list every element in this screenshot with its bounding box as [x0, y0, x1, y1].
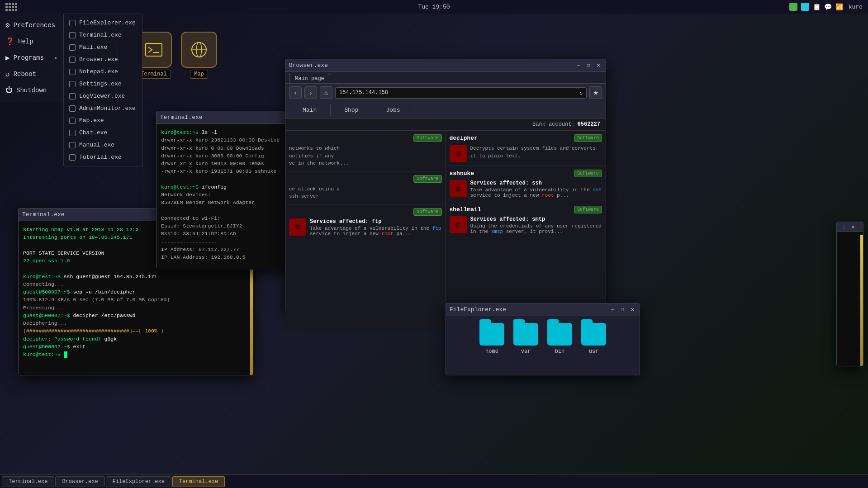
programs-arrow: ▶	[55, 55, 57, 61]
browser-minimize[interactable]: ─	[575, 62, 582, 69]
taskbar-fileexplorer[interactable]: FileExplorer.exe	[106, 476, 171, 487]
sidebar-item-programs[interactable]: ▶ Programs ▶	[0, 50, 63, 66]
browser-window: Browser.exe ─ □ ✕ Main page ‹ › ⌂ 154.17…	[285, 59, 606, 312]
taskbar-terminal-2[interactable]: Terminal.exe	[172, 476, 225, 487]
app-browser[interactable]: Browser.exe	[64, 53, 142, 66]
fileexplorer-minimize[interactable]: ─	[609, 306, 616, 313]
sidebar-item-shutdown[interactable]: ⏻ Shutdown	[0, 82, 63, 98]
terminal-right-body	[837, 232, 863, 366]
folder-bin[interactable]: bin	[547, 323, 572, 355]
browser-urlbar[interactable]: 154.175.144.158 ↻	[335, 87, 587, 99]
fileexplorer-maximize[interactable]: □	[619, 306, 626, 313]
mail-icon	[69, 44, 76, 51]
shop-item-decipher-left: Software networks to whichnotifies if an…	[285, 131, 446, 171]
browser-nav-jobs[interactable]: Jobs	[372, 104, 414, 116]
shop-badge-sshnuke-left[interactable]: Software	[413, 175, 441, 183]
chat-icon	[69, 130, 76, 136]
app-mail[interactable]: Mail.exe	[64, 41, 142, 53]
app-chat[interactable]: Chat.exe	[64, 127, 142, 139]
terminal-right-close[interactable]: ✕	[849, 223, 857, 231]
sidebar-item-help[interactable]: ❓ Help	[0, 33, 63, 50]
clipboard-icon: 📋	[813, 3, 821, 11]
app-manual[interactable]: Manual.exe	[64, 139, 142, 151]
folder-label-bin: bin	[555, 348, 565, 355]
folder-label-home: home	[485, 348, 498, 355]
terminal-fg-title: Terminal.exe	[160, 114, 203, 121]
topbar-left	[5, 3, 17, 11]
shop-desc-title-ssh: Services affected: ssh	[470, 180, 602, 186]
app-settings[interactable]: Settings.exe	[64, 78, 142, 90]
app-terminal[interactable]: Terminal.exe	[64, 29, 142, 41]
user-label: kuro	[849, 4, 863, 10]
preferences-icon: ⚙	[5, 21, 10, 30]
taskbar-terminal-1[interactable]: Terminal.exe	[2, 476, 54, 487]
shop-item-decipher-right: decipher Software ⚙ Decrypts certain sys…	[446, 131, 606, 166]
folder-label-usr: usr	[589, 348, 599, 355]
shop-item-shellmail-right: shellmail Software ⚙ Services affected: …	[446, 202, 606, 238]
terminal-icon	[69, 32, 76, 38]
browser-shop-grid: Software networks to whichnotifies if an…	[285, 131, 606, 330]
tutorial-icon	[69, 154, 76, 161]
browser-forward-btn[interactable]: ›	[304, 86, 317, 99]
shop-badge-shellmail-left[interactable]: Software	[413, 208, 441, 216]
programs-icon: ▶	[5, 53, 10, 62]
shop-name-decipher: decipher	[450, 135, 478, 142]
browser-refresh-icon[interactable]: ↻	[579, 90, 583, 96]
shop-badge-decipher-left[interactable]: Software	[413, 134, 441, 142]
map-icon	[69, 118, 76, 124]
browser-close[interactable]: ✕	[595, 62, 602, 69]
taskbar-browser[interactable]: Browser.exe	[55, 476, 104, 487]
app-notepad[interactable]: Notepad.exe	[64, 66, 142, 78]
dock-item-map[interactable]: Map	[181, 32, 217, 79]
folder-home[interactable]: home	[479, 323, 504, 355]
browser-nav-shop[interactable]: Shop	[331, 104, 372, 116]
folder-icon-bin	[547, 323, 572, 346]
shop-badge-decipher-right[interactable]: Software	[574, 134, 602, 142]
terminal-right-controls: □ ✕	[840, 223, 857, 231]
browser-title: Browser.exe	[289, 62, 328, 69]
logviewer-icon	[69, 93, 76, 99]
shop-name-sshnuke: sshnuke	[450, 170, 474, 177]
browser-toolbar: ‹ › ⌂ 154.175.144.158 ↻ ★	[285, 84, 606, 102]
browser-home-btn[interactable]: ⌂	[320, 86, 332, 99]
app-map[interactable]: Map.exe	[64, 114, 142, 127]
help-icon: ❓	[5, 37, 14, 46]
browser-titlebar: Browser.exe ─ □ ✕	[285, 59, 606, 72]
browser-shop-right: decipher Software ⚙ Decrypts certain sys…	[446, 131, 606, 330]
shop-desc-title-ftp: Services affected: ftp	[310, 218, 442, 225]
sidebar-item-preferences[interactable]: ⚙ Preferences	[0, 17, 63, 33]
shop-badge-shellmail-right[interactable]: Software	[574, 206, 602, 213]
browser-tab-main[interactable]: Main page	[289, 74, 330, 83]
file-grid: home var bin usr	[446, 316, 640, 361]
shop-desc-decipher-right: Decrypts certain system files and conver…	[470, 145, 602, 160]
browser-back-btn[interactable]: ‹	[289, 86, 302, 99]
shop-icon-decipher: ⚙	[450, 145, 467, 162]
terminal-right-scrollbar[interactable]	[860, 235, 863, 366]
sidebar-item-reboot[interactable]: ↺ Reboot	[0, 66, 63, 82]
app-tutorial[interactable]: Tutorial.exe	[64, 151, 142, 163]
manual-icon	[69, 142, 76, 148]
terminal-right-titlebar: □ ✕	[837, 222, 863, 232]
dock-icon-map	[181, 32, 217, 68]
app-logviewer[interactable]: LogViewer.exe	[64, 90, 142, 102]
bank-label: Bank account:	[532, 121, 575, 128]
apps-grid-icon[interactable]	[5, 3, 17, 11]
browser-nav: Main Shop Jobs	[285, 102, 606, 118]
fileexplorer-close[interactable]: ✕	[629, 306, 636, 313]
folder-var[interactable]: var	[513, 323, 538, 355]
app-adminmonitor[interactable]: AdminMonitor.exe	[64, 102, 142, 114]
browser-nav-main[interactable]: Main	[289, 104, 331, 116]
reboot-icon: ↺	[5, 70, 10, 79]
dock-label-map: Map	[190, 70, 208, 79]
shop-desc-ftp: Take advantage of a vulnerability in the…	[310, 226, 442, 237]
browser-maximize[interactable]: □	[585, 62, 592, 69]
terminal-right-maximize[interactable]: □	[840, 223, 847, 231]
folder-label-var: var	[521, 348, 531, 355]
datetime-display: Tue 19:50	[418, 4, 450, 10]
folder-usr[interactable]: usr	[581, 323, 606, 355]
shop-desc-decipher-left: networks to whichnotifies if anyve in th…	[289, 145, 442, 167]
app-fileexplorer[interactable]: FileExplorer.exe	[64, 17, 142, 29]
shop-badge-sshnuke-right[interactable]: Software	[574, 170, 602, 177]
browser-bookmark-btn[interactable]: ★	[589, 86, 602, 99]
shop-desc-title-smtp: Services affected: smtp	[470, 216, 602, 223]
